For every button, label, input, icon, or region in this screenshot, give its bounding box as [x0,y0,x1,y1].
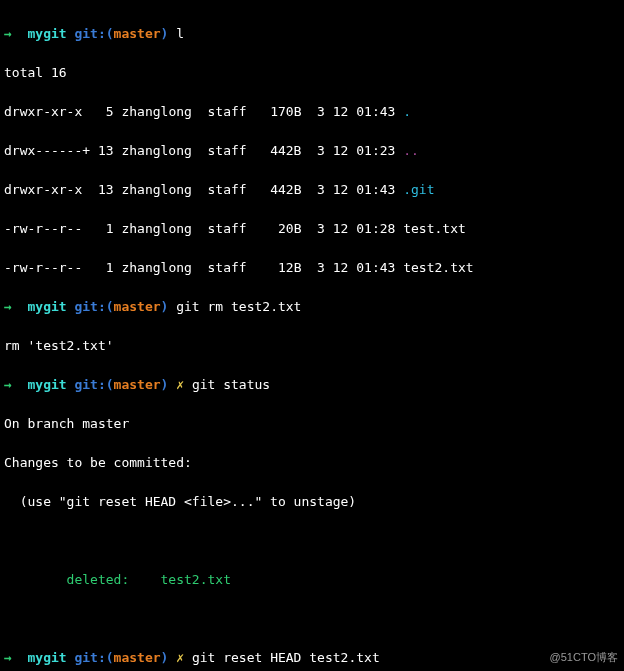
command: l [176,26,184,41]
output-line: Changes to be committed: [4,453,620,473]
ls-row: drwxr-xr-x 13 zhanglong staff 442B 3 12 … [4,180,620,200]
output-line: On branch master [4,414,620,434]
blank-line [4,609,620,629]
output-line: deleted: test2.txt [4,570,620,590]
prompt-line: → mygit git:(master) ✗ git status [4,375,620,395]
ls-row: -rw-r--r-- 1 zhanglong staff 12B 3 12 01… [4,258,620,278]
output-line: rm 'test2.txt' [4,336,620,356]
paren-open: ( [106,26,114,41]
deleted-label: deleted: [4,572,161,587]
file-name: . [403,104,411,119]
file-name: test2.txt [403,260,473,275]
cwd: mygit [27,26,66,41]
arrow-icon: → [4,299,12,314]
branch-name: master [114,26,161,41]
watermark: @51CTO博客 [550,649,618,666]
ls-row: drwx------+ 13 zhanglong staff 442B 3 12… [4,141,620,161]
arrow-icon: → [4,377,12,392]
blank-line [4,531,620,551]
arrow-icon: → [4,26,12,41]
file-name: .. [403,143,419,158]
deleted-file: test2.txt [161,572,231,587]
prompt-line: → mygit git:(master) ✗ git reset HEAD te… [4,648,620,668]
dirty-icon: ✗ [176,650,184,665]
ls-row: drwxr-xr-x 5 zhanglong staff 170B 3 12 0… [4,102,620,122]
ls-row: -rw-r--r-- 1 zhanglong staff 20B 3 12 01… [4,219,620,239]
prompt-line: → mygit git:(master) l [4,24,620,44]
command: git reset HEAD test2.txt [192,650,380,665]
file-name: test.txt [403,221,466,236]
command: git rm test2.txt [176,299,301,314]
prompt-line: → mygit git:(master) git rm test2.txt [4,297,620,317]
paren-close: ) [161,26,169,41]
terminal[interactable]: → mygit git:(master) l total 16 drwxr-xr… [4,4,620,671]
output-line: (use "git reset HEAD <file>..." to unsta… [4,492,620,512]
command: git status [192,377,270,392]
file-name: .git [403,182,434,197]
dirty-icon: ✗ [176,377,184,392]
arrow-icon: → [4,650,12,665]
output-line: total 16 [4,63,620,83]
git-label: git: [74,26,105,41]
